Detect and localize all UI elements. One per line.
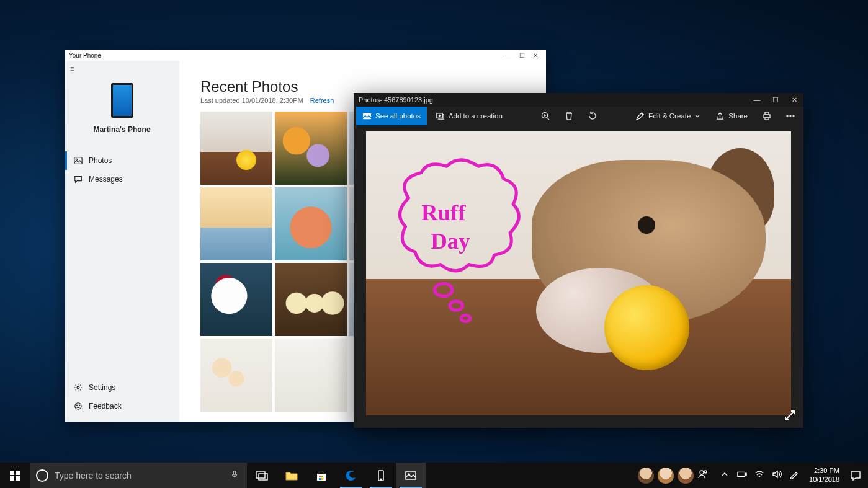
clock[interactable]: 2:30 PM 10/1/2018 <box>805 467 843 483</box>
pen-icon <box>789 469 799 479</box>
svg-point-2 <box>77 386 79 389</box>
minimize-button[interactable]: — <box>748 96 766 104</box>
photos-title: Photos- 4567890123.jpg <box>354 96 748 104</box>
file-explorer-button[interactable] <box>277 463 306 488</box>
svg-point-12 <box>787 115 788 117</box>
close-button[interactable]: ✕ <box>529 52 542 59</box>
tray-overflow-button[interactable] <box>720 469 730 481</box>
feedback-icon <box>74 402 83 410</box>
svg-rect-24 <box>259 474 267 480</box>
svg-point-3 <box>75 403 82 410</box>
pinned-contact[interactable] <box>638 468 654 484</box>
rotate-button[interactable] <box>582 107 603 125</box>
wifi-icon <box>754 469 764 479</box>
store-button[interactable] <box>306 463 336 488</box>
share-label: Share <box>728 112 748 120</box>
pinned-contact[interactable] <box>678 468 694 484</box>
photo-thumbnail[interactable] <box>275 339 347 412</box>
photo-thumbnail[interactable] <box>200 187 272 260</box>
mic-icon[interactable] <box>228 470 241 481</box>
dog-art <box>638 216 655 233</box>
photo-thumbnail[interactable] <box>275 263 347 336</box>
messages-icon <box>74 175 83 184</box>
maximize-button[interactable]: ☐ <box>766 96 785 104</box>
phone-illustration: Martina's Phone <box>65 77 179 140</box>
svg-rect-23 <box>256 472 265 478</box>
zoom-button[interactable] <box>535 107 556 125</box>
rotate-icon <box>588 111 597 121</box>
pinned-contact[interactable] <box>658 468 674 484</box>
phone-icon <box>374 469 388 482</box>
delete-button[interactable] <box>558 107 579 125</box>
add-to-creation-button[interactable]: Add to a creation <box>429 107 509 125</box>
gear-icon <box>74 383 83 392</box>
svg-rect-25 <box>319 476 321 477</box>
svg-point-14 <box>793 115 794 117</box>
last-updated-text: Last updated 10/01/2018, 2:30PM <box>200 97 303 104</box>
sidebar-item-label: Settings <box>89 383 115 392</box>
photo-canvas: Ruff Day <box>354 125 803 428</box>
task-view-icon <box>255 469 269 482</box>
task-view-button[interactable] <box>247 463 277 488</box>
phone-name-label: Martina's Phone <box>93 125 150 134</box>
windows-icon <box>10 471 20 481</box>
your-phone-titlebar[interactable]: Your Phone — ☐ ✕ <box>65 50 546 61</box>
photo-thumbnail[interactable] <box>275 112 347 185</box>
your-phone-taskbar-button[interactable] <box>366 463 396 488</box>
svg-rect-11 <box>765 117 769 120</box>
search-box[interactable] <box>30 463 247 488</box>
sidebar-item-messages[interactable]: Messages <box>65 170 179 189</box>
svg-point-17 <box>462 315 470 321</box>
notification-icon <box>850 470 861 481</box>
sidebar-item-settings[interactable]: Settings <box>65 378 179 397</box>
ink-workspace-button[interactable] <box>789 469 799 481</box>
battery-button[interactable] <box>737 469 747 481</box>
more-button[interactable] <box>780 107 801 125</box>
svg-rect-0 <box>74 157 82 164</box>
svg-rect-18 <box>10 471 14 475</box>
edge-button[interactable] <box>336 463 366 488</box>
volume-button[interactable] <box>772 469 782 481</box>
folder-icon <box>285 469 298 482</box>
start-button[interactable] <box>0 463 30 488</box>
photo-thumbnail[interactable] <box>275 187 347 260</box>
clock-time: 2:30 PM <box>809 467 839 475</box>
svg-point-30 <box>380 479 382 480</box>
svg-rect-35 <box>738 472 745 476</box>
zoom-icon <box>540 111 550 121</box>
chevron-up-icon <box>720 469 730 479</box>
share-button[interactable]: Share <box>709 107 754 125</box>
edit-create-button[interactable]: Edit & Create <box>629 107 707 125</box>
photo-thumbnail[interactable] <box>200 112 272 185</box>
photos-titlebar[interactable]: Photos- 4567890123.jpg — ☐ ✕ <box>354 93 803 107</box>
svg-point-33 <box>700 471 704 474</box>
svg-point-4 <box>76 405 77 406</box>
see-all-photos-button[interactable]: See all photos <box>356 107 427 125</box>
volume-icon <box>772 469 782 479</box>
sidebar-item-feedback[interactable]: Feedback <box>65 397 179 415</box>
trash-icon <box>564 111 574 121</box>
hamburger-icon[interactable]: ≡ <box>65 61 179 77</box>
maximize-button[interactable]: ☐ <box>515 52 529 59</box>
photo-thumbnail[interactable] <box>200 339 272 412</box>
people-button[interactable] <box>697 469 709 482</box>
svg-rect-36 <box>745 473 746 476</box>
search-input[interactable] <box>55 463 222 488</box>
photos-toolbar: See all photos Add to a creation Edit & … <box>354 107 803 125</box>
sidebar-item-photos[interactable]: Photos <box>65 151 179 170</box>
annotation-line2: Day <box>431 228 471 254</box>
action-center-button[interactable] <box>843 470 868 481</box>
photo-thumbnail[interactable] <box>200 263 272 336</box>
wifi-button[interactable] <box>754 469 764 481</box>
refresh-link[interactable]: Refresh <box>310 97 334 104</box>
print-button[interactable] <box>756 107 777 125</box>
fullscreen-button[interactable] <box>784 409 796 422</box>
svg-rect-26 <box>321 476 323 477</box>
your-phone-sidebar: ≡ Martina's Phone Photos <box>65 61 179 422</box>
minimize-button[interactable]: — <box>501 52 515 59</box>
chevron-down-icon <box>694 113 700 119</box>
ink-annotation: Ruff Day <box>383 160 536 325</box>
photo-image[interactable]: Ruff Day <box>366 131 791 415</box>
photos-taskbar-button[interactable] <box>396 463 426 488</box>
close-button[interactable]: ✕ <box>785 96 803 104</box>
